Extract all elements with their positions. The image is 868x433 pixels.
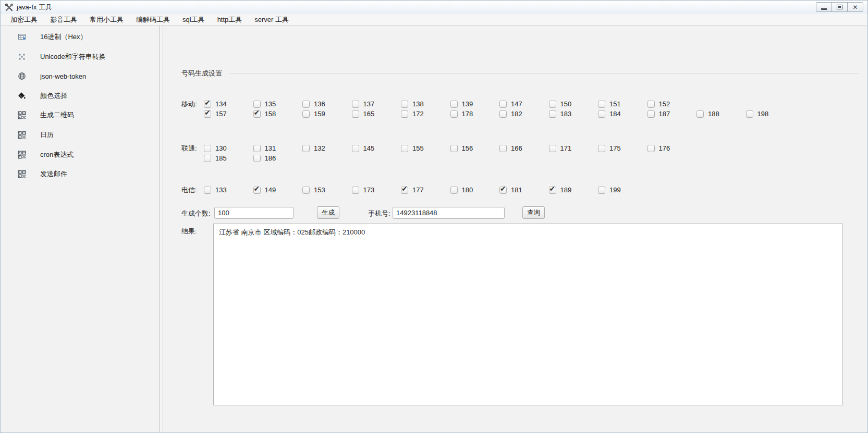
sidebar-item-label: 发送邮件 [40, 169, 67, 179]
sidebar: 16进制（Hex）Unicode和字符串转换json-web-token颜色选择… [1, 26, 159, 432]
prefix-item: 166 [499, 144, 549, 152]
checkbox-152[interactable] [647, 101, 655, 108]
checkbox-159[interactable] [302, 110, 310, 118]
phone-input[interactable] [393, 207, 505, 219]
sidebar-item-4[interactable]: 生成二维码 [1, 109, 159, 121]
prefix-item: 153 [302, 186, 352, 194]
checkbox-137[interactable] [352, 101, 359, 108]
check-mark-icon: ✔ [500, 184, 506, 193]
checkbox-185[interactable] [204, 155, 211, 162]
count-input[interactable] [214, 207, 294, 219]
result-label: 结果: [181, 227, 197, 236]
menu-item-3[interactable]: 编解码工具 [133, 14, 173, 26]
prefix-item: 198 [746, 110, 796, 118]
prefix-item: 152 [647, 100, 697, 108]
main-panel: 号码生成设置 移动:✔13413513613713813914715015115… [163, 26, 867, 432]
checkbox-134[interactable]: ✔ [204, 101, 211, 108]
menu-item-1[interactable]: 影音工具 [47, 14, 80, 26]
checkbox-171[interactable] [549, 145, 556, 152]
prefix-item: ✔157 [204, 110, 253, 118]
prefix-item: 182 [499, 110, 549, 118]
checkbox-130[interactable] [204, 145, 211, 152]
result-textarea[interactable]: 江苏省 南京市 区域编码：025邮政编码：210000 [213, 224, 843, 405]
prefix-label: 172 [412, 110, 424, 118]
count-label: 生成个数: [181, 209, 211, 218]
checkbox-155[interactable] [401, 145, 408, 152]
checkbox-176[interactable] [647, 145, 655, 152]
checkbox-199[interactable] [598, 187, 605, 194]
checkbox-172[interactable] [401, 110, 408, 118]
prefix-label: 157 [215, 110, 227, 118]
globe-icon [18, 72, 26, 80]
checkbox-151[interactable] [598, 101, 605, 108]
menu-item-4[interactable]: sql工具 [179, 14, 208, 26]
checkbox-182[interactable] [499, 110, 507, 118]
checkbox-138[interactable] [401, 101, 408, 108]
prefix-label: 136 [314, 100, 325, 108]
sidebar-item-1[interactable]: Unicode和字符串转换 [1, 51, 159, 63]
checkbox-157[interactable]: ✔ [204, 110, 211, 118]
checkbox-139[interactable] [450, 101, 458, 108]
checkbox-177[interactable]: ✔ [401, 187, 408, 194]
checkbox-165[interactable] [352, 110, 359, 118]
checkbox-175[interactable] [598, 145, 605, 152]
prefix-label: 176 [659, 144, 670, 152]
split-pane-divider[interactable] [159, 26, 163, 432]
prefix-item: 165 [352, 110, 401, 118]
check-mark-icon: ✔ [204, 98, 211, 107]
checkbox-180[interactable] [450, 187, 458, 194]
prefix-item: 138 [401, 100, 450, 108]
prefix-item: 199 [598, 186, 647, 194]
prefix-label: 175 [609, 144, 621, 152]
checkbox-188[interactable] [696, 110, 704, 118]
sidebar-item-6[interactable]: cron表达式 [1, 149, 159, 161]
checkbox-166[interactable] [499, 145, 507, 152]
checkbox-187[interactable] [647, 110, 655, 118]
checkbox-178[interactable] [450, 110, 458, 118]
checkbox-158[interactable]: ✔ [253, 110, 261, 118]
menu-item-2[interactable]: 常用小工具 [87, 14, 127, 26]
prefix-item: ✔134 [204, 100, 253, 108]
checkbox-198[interactable] [746, 110, 753, 118]
checkbox-181[interactable]: ✔ [499, 187, 507, 194]
checkbox-149[interactable]: ✔ [253, 187, 261, 194]
checkbox-173[interactable] [352, 187, 359, 194]
prefix-item: 184 [598, 110, 647, 118]
checkbox-131[interactable] [253, 145, 261, 152]
checkbox-184[interactable] [598, 110, 605, 118]
checkbox-136[interactable] [302, 101, 310, 108]
checkbox-186[interactable] [253, 155, 261, 162]
checkbox-156[interactable] [450, 145, 458, 152]
sidebar-item-0[interactable]: 16进制（Hex） [1, 31, 159, 43]
menu-item-0[interactable]: 加密工具 [7, 14, 41, 26]
sidebar-item-label: 16进制（Hex） [40, 32, 87, 42]
maximize-button[interactable] [832, 2, 848, 12]
sidebar-item-label: 颜色选择 [40, 91, 67, 101]
checkbox-150[interactable] [549, 101, 556, 108]
checkbox-145[interactable] [352, 145, 359, 152]
menu-bar: 加密工具影音工具常用小工具编解码工具sql工具http工具server 工具 [1, 14, 867, 26]
checkbox-189[interactable]: ✔ [549, 187, 556, 194]
generate-button[interactable]: 生成 [317, 206, 339, 219]
prefix-item: 156 [450, 144, 500, 152]
prefix-item: 180 [450, 186, 500, 194]
checkbox-133[interactable] [204, 187, 211, 194]
close-button[interactable]: ✕ [847, 2, 863, 12]
prefix-label: 131 [265, 144, 276, 152]
checkbox-153[interactable] [302, 187, 310, 194]
menu-item-6[interactable]: server 工具 [251, 14, 292, 26]
checkbox-147[interactable] [499, 101, 507, 108]
checkbox-183[interactable] [549, 110, 556, 118]
query-button[interactable]: 查询 [522, 206, 545, 219]
sidebar-item-5[interactable]: 日历 [1, 129, 159, 141]
sidebar-item-2[interactable]: json-web-token [1, 70, 159, 82]
carrier-label-0: 移动: [181, 99, 197, 109]
sidebar-item-7[interactable]: 发送邮件 [1, 168, 159, 180]
checkbox-135[interactable] [253, 101, 261, 108]
sidebar-item-3[interactable]: 颜色选择 [1, 90, 159, 102]
checkbox-132[interactable] [302, 145, 310, 152]
minimize-button[interactable] [816, 2, 832, 12]
phone-label: 手机号: [368, 209, 390, 218]
menu-item-5[interactable]: http工具 [214, 14, 246, 26]
qrcode-icon [18, 151, 26, 159]
